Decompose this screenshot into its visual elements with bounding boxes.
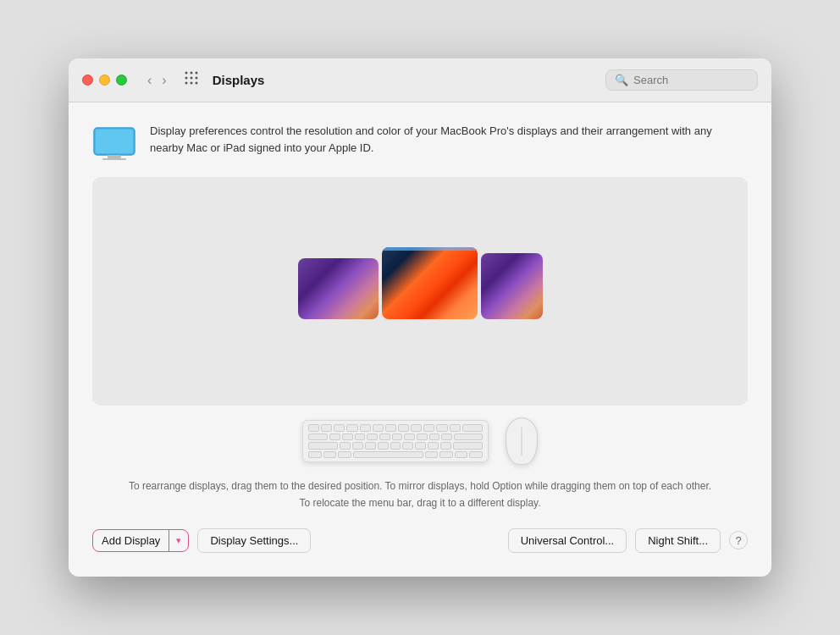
mouse-visual xyxy=(506,417,538,465)
key xyxy=(308,424,319,432)
key xyxy=(334,424,345,432)
display-icon xyxy=(92,126,136,160)
key xyxy=(352,442,363,450)
active-indicator xyxy=(382,247,478,251)
key xyxy=(378,442,389,450)
spacebar-key xyxy=(353,451,423,459)
key xyxy=(462,424,483,432)
search-bar[interactable]: 🔍 xyxy=(605,69,758,91)
svg-point-7 xyxy=(190,82,192,85)
svg-point-8 xyxy=(195,82,197,85)
titlebar: ‹ › Displays 🔍 xyxy=(69,58,771,102)
key xyxy=(346,424,357,432)
key xyxy=(308,451,322,459)
key xyxy=(440,442,451,450)
bottom-buttons: Add Display ▾ Display Settings... Univer… xyxy=(92,528,748,553)
key xyxy=(453,442,483,450)
key xyxy=(321,424,332,432)
displays-group xyxy=(298,247,543,319)
info-banner: Display preferences control the resoluti… xyxy=(92,123,748,160)
key xyxy=(329,433,340,441)
close-button[interactable] xyxy=(82,75,93,86)
key xyxy=(423,424,434,432)
traffic-lights xyxy=(82,75,127,86)
display-thumbnail-left[interactable] xyxy=(298,258,379,319)
svg-rect-10 xyxy=(96,130,133,153)
add-display-arrow-icon[interactable]: ▾ xyxy=(169,531,188,550)
key xyxy=(365,442,376,450)
key xyxy=(436,424,447,432)
wallpaper-center xyxy=(382,247,478,319)
key xyxy=(415,442,426,450)
key xyxy=(392,433,403,441)
svg-rect-11 xyxy=(108,155,121,158)
key xyxy=(398,424,409,432)
key xyxy=(417,433,428,441)
key xyxy=(428,442,439,450)
key xyxy=(373,424,384,432)
key xyxy=(439,451,453,459)
key xyxy=(367,433,378,441)
content-area: Display preferences control the resoluti… xyxy=(69,102,771,576)
wallpaper-right xyxy=(481,253,543,319)
svg-point-0 xyxy=(185,72,187,75)
key xyxy=(441,433,452,441)
add-display-button[interactable]: Add Display ▾ xyxy=(92,529,189,552)
key xyxy=(360,424,371,432)
key xyxy=(402,442,413,450)
svg-point-2 xyxy=(195,72,197,75)
help-button[interactable]: ? xyxy=(729,531,748,549)
key xyxy=(355,433,366,441)
key xyxy=(379,433,390,441)
key xyxy=(404,433,415,441)
maximize-button[interactable] xyxy=(116,75,127,86)
key xyxy=(469,451,483,459)
svg-point-5 xyxy=(195,77,197,80)
key xyxy=(342,433,353,441)
keyboard-visual xyxy=(302,420,489,462)
forward-button[interactable]: › xyxy=(158,72,169,89)
key xyxy=(338,451,351,459)
info-description: Display preferences control the resoluti… xyxy=(150,123,748,156)
main-window: ‹ › Displays 🔍 xyxy=(69,58,771,576)
key xyxy=(340,442,351,450)
svg-point-1 xyxy=(190,72,192,75)
svg-rect-12 xyxy=(102,158,126,160)
search-icon: 🔍 xyxy=(615,74,628,86)
display-canvas xyxy=(92,177,748,406)
help-icon: ? xyxy=(735,534,741,547)
key xyxy=(455,451,468,459)
key xyxy=(323,451,337,459)
display-settings-button[interactable]: Display Settings... xyxy=(197,528,311,553)
key xyxy=(429,433,440,441)
display-thumbnail-right[interactable] xyxy=(481,253,543,319)
add-display-label: Add Display xyxy=(93,530,169,551)
key xyxy=(308,442,338,450)
peripherals-area xyxy=(92,406,748,468)
svg-point-3 xyxy=(185,77,187,80)
minimize-button[interactable] xyxy=(99,75,110,86)
key xyxy=(390,442,401,450)
wallpaper-left xyxy=(298,258,379,319)
search-input[interactable] xyxy=(633,74,749,86)
key xyxy=(450,424,461,432)
mouse-line xyxy=(522,428,522,455)
key xyxy=(385,424,396,432)
nav-buttons: ‹ › xyxy=(144,72,170,89)
key xyxy=(454,433,483,441)
instructions-text: To rearrange displays, drag them to the … xyxy=(92,478,748,511)
night-shift-button[interactable]: Night Shift... xyxy=(635,528,721,553)
grid-icon[interactable] xyxy=(184,70,199,90)
key xyxy=(425,451,439,459)
display-thumbnail-center[interactable] xyxy=(382,247,478,319)
svg-point-6 xyxy=(185,82,187,85)
svg-point-4 xyxy=(190,77,192,80)
window-title: Displays xyxy=(213,73,265,87)
universal-control-button[interactable]: Universal Control... xyxy=(508,528,627,553)
key xyxy=(411,424,422,432)
back-button[interactable]: ‹ xyxy=(144,72,155,89)
key xyxy=(308,433,328,441)
